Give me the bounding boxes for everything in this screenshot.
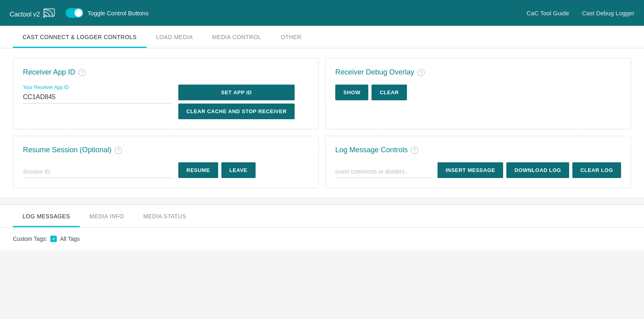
custom-tags-row: Custom Tags: All Tags bbox=[13, 236, 631, 242]
resume-session-title: Resume Session (Optional) ? bbox=[23, 146, 309, 154]
cast-icon bbox=[43, 6, 58, 20]
clear-cache-stop-receiver-button[interactable]: CLEAR CACHE AND STOP RECEIVER bbox=[178, 104, 295, 119]
receiver-input-area: Your Receiver App ID bbox=[23, 85, 172, 104]
cast-debug-logger-link[interactable]: Cast Debug Logger bbox=[582, 10, 634, 17]
header: Cactoolv2 Toggle Control Buttons CaC Too… bbox=[0, 0, 644, 26]
receiver-debug-overlay-card: Receiver Debug Overlay ? SHOW CLEAR bbox=[325, 58, 631, 129]
logo-version: v2 bbox=[33, 11, 40, 18]
logo-text: Cactoolv2 bbox=[10, 7, 40, 19]
log-tab-media-info[interactable]: MEDIA INFO bbox=[80, 205, 134, 227]
log-tab-log-messages[interactable]: LOG MESSAGES bbox=[13, 205, 80, 227]
resume-session-label: Resume Session (Optional) bbox=[23, 146, 111, 154]
receiver-buttons: SET APP ID CLEAR CACHE AND STOP RECEIVER bbox=[178, 85, 295, 119]
log-message-controls-card: Log Message Controls ? INSERT MESSAGE DO… bbox=[325, 136, 631, 188]
leave-button[interactable]: LEAVE bbox=[221, 162, 256, 178]
main-tab-nav: CAST CONNECT & LOGGER CONTROLS LOAD MEDI… bbox=[0, 26, 644, 48]
resume-session-card: Resume Session (Optional) ? RESUME LEAVE bbox=[13, 136, 319, 188]
session-input-area bbox=[23, 166, 172, 178]
top-section: CAST CONNECT & LOGGER CONTROLS LOAD MEDI… bbox=[0, 26, 644, 198]
receiver-debug-overlay-help-icon[interactable]: ? bbox=[417, 69, 425, 76]
cac-tool-guide-link[interactable]: CaC Tool Guide bbox=[526, 10, 569, 17]
logo-name: Cactool bbox=[10, 11, 31, 18]
toggle-area: Toggle Control Buttons bbox=[66, 8, 526, 18]
tab-other[interactable]: OTHER bbox=[271, 26, 311, 48]
custom-tags-label: Custom Tags: bbox=[13, 236, 47, 242]
session-id-input[interactable] bbox=[23, 166, 172, 178]
receiver-app-id-input[interactable] bbox=[23, 92, 172, 104]
log-message-controls-label: Log Message Controls bbox=[335, 146, 408, 154]
receiver-card-body: Your Receiver App ID SET APP ID CLEAR CA… bbox=[23, 85, 309, 119]
clear-log-button[interactable]: CLEAR LOG bbox=[572, 162, 621, 178]
tab-load-media[interactable]: LOAD MEDIA bbox=[147, 26, 202, 48]
receiver-app-id-card: Receiver App ID ? Your Receiver App ID S… bbox=[13, 58, 319, 129]
tab-cast-connect[interactable]: CAST CONNECT & LOGGER CONTROLS bbox=[13, 26, 147, 48]
receiver-app-id-title: Receiver App ID ? bbox=[23, 68, 309, 77]
insert-message-input[interactable] bbox=[335, 166, 431, 178]
insert-message-button[interactable]: INSERT MESSAGE bbox=[438, 162, 503, 178]
debug-overlay-buttons: SHOW CLEAR bbox=[335, 85, 621, 100]
log-buttons: INSERT MESSAGE DOWNLOAD LOG CLEAR LOG bbox=[438, 162, 621, 178]
all-tags-label: All Tags bbox=[60, 236, 80, 242]
main-content: Receiver App ID ? Your Receiver App ID S… bbox=[0, 48, 644, 198]
resume-card-body: RESUME LEAVE bbox=[23, 162, 309, 178]
session-buttons: RESUME LEAVE bbox=[178, 162, 256, 178]
toggle-control-buttons[interactable] bbox=[66, 8, 83, 18]
log-input-area bbox=[335, 166, 431, 178]
resume-button[interactable]: RESUME bbox=[178, 162, 218, 178]
log-tab-nav: LOG MESSAGES MEDIA INFO MEDIA STATUS bbox=[0, 205, 644, 228]
resume-session-help-icon[interactable]: ? bbox=[115, 147, 122, 154]
log-controls-body: INSERT MESSAGE DOWNLOAD LOG CLEAR LOG bbox=[335, 162, 621, 178]
show-button[interactable]: SHOW bbox=[335, 85, 368, 100]
clear-button[interactable]: CLEAR bbox=[372, 85, 407, 100]
receiver-app-id-help-icon[interactable]: ? bbox=[78, 69, 86, 76]
receiver-app-id-label: Receiver App ID bbox=[23, 68, 75, 77]
header-links: CaC Tool Guide Cast Debug Logger bbox=[526, 10, 634, 17]
log-tab-media-status[interactable]: MEDIA STATUS bbox=[134, 205, 196, 227]
set-app-id-button[interactable]: SET APP ID bbox=[178, 85, 295, 100]
log-message-controls-title: Log Message Controls ? bbox=[335, 146, 621, 154]
log-message-controls-help-icon[interactable]: ? bbox=[411, 147, 418, 154]
log-section: LOG MESSAGES MEDIA INFO MEDIA STATUS Cus… bbox=[0, 205, 644, 250]
receiver-debug-overlay-title: Receiver Debug Overlay ? bbox=[335, 68, 621, 77]
download-log-button[interactable]: DOWNLOAD LOG bbox=[506, 162, 569, 178]
log-content: Custom Tags: All Tags bbox=[0, 228, 644, 250]
receiver-app-id-input-label: Your Receiver App ID bbox=[23, 85, 172, 90]
all-tags-checkbox[interactable] bbox=[50, 236, 57, 242]
receiver-debug-overlay-label: Receiver Debug Overlay bbox=[335, 68, 414, 77]
tab-media-control[interactable]: MEDIA CONTROL bbox=[202, 26, 271, 48]
cards-grid: Receiver App ID ? Your Receiver App ID S… bbox=[13, 58, 631, 188]
toggle-label: Toggle Control Buttons bbox=[87, 10, 149, 17]
